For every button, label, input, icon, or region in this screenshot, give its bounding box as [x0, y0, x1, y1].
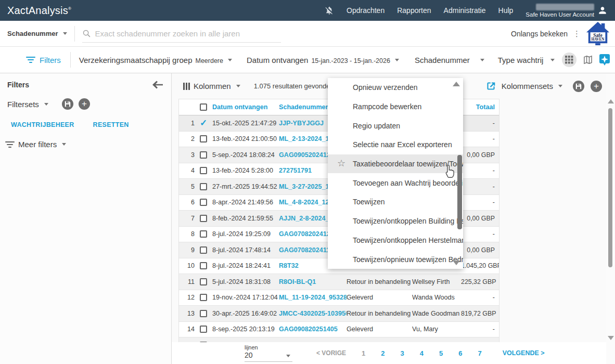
- save-icon: [65, 101, 71, 107]
- columns-icon: [183, 83, 190, 90]
- filter-chip-schadenummer[interactable]: Schadenummer: [415, 56, 484, 64]
- row-checkbox[interactable]: [200, 262, 207, 269]
- add-filterset-button[interactable]: [79, 98, 90, 110]
- previous-page-button: < VORIGE: [316, 349, 346, 357]
- top-navbar: XactAnalysis® Opdrachten Rapporten Admin…: [0, 0, 615, 21]
- kebab-menu-icon[interactable]: ⋮: [573, 29, 581, 38]
- row-checkbox[interactable]: [200, 215, 207, 222]
- filter-chip-type-wachtrij[interactable]: Type wachtrij: [498, 56, 555, 64]
- row-checkbox[interactable]: [200, 230, 207, 238]
- collapse-sidebar-icon[interactable]: [152, 81, 163, 89]
- nav-rapporten[interactable]: Rapporten: [397, 6, 431, 15]
- row-checkbox[interactable]: [200, 294, 207, 301]
- wachtrijbeheer-button[interactable]: WACHTRIJBEHEER: [11, 121, 74, 128]
- table-row[interactable]: 14 8-sep.-2025 20:13:19 GAG090820251405 …: [179, 322, 499, 338]
- page-6[interactable]: 6: [458, 349, 462, 357]
- menu-item-toewijzen-bedrijf[interactable]: Toewijzen/opnieuw toewijzen Bedrij: [328, 250, 463, 269]
- menu-scroll-up-icon[interactable]: [453, 82, 460, 86]
- favorite-star-icon[interactable]: ☆: [337, 158, 345, 169]
- menu-scroll-down-icon[interactable]: [453, 261, 460, 265]
- filters-toggle-button[interactable]: Filters: [0, 56, 70, 64]
- table-row[interactable]: 11 5-jul.-2024 18:31:08 R8OI-BL-Q1 Retou…: [179, 274, 499, 290]
- columnsets-select[interactable]: Kolommensets: [502, 82, 562, 90]
- row-checkbox[interactable]: [200, 199, 207, 206]
- scroll-up-icon[interactable]: [608, 99, 614, 103]
- more-filters-toggle[interactable]: Meer filters: [0, 128, 171, 149]
- menu-item-toevoegen-wachtrij-beoordeling[interactable]: Toevoegen aan Wachtrij beoordeling: [328, 173, 463, 192]
- actions-context-menu: Opnieuw verzenden Rampcode bewerken Regi…: [328, 78, 463, 269]
- user-avatar-icon[interactable]: [597, 5, 608, 16]
- menu-item-toewijzen[interactable]: Toewijzen: [328, 192, 463, 212]
- claim-link[interactable]: ML_11-19-2024_95328: [279, 294, 347, 301]
- row-checkbox[interactable]: [200, 135, 207, 142]
- row-checkbox[interactable]: [200, 167, 207, 174]
- page-4[interactable]: 4: [420, 349, 424, 357]
- select-all-checkbox[interactable]: [200, 103, 207, 111]
- chevron-down-icon: [558, 85, 562, 87]
- page-5[interactable]: 5: [439, 349, 443, 357]
- page-7[interactable]: 7: [478, 349, 481, 357]
- filtersets-select[interactable]: Filtersets: [7, 100, 48, 109]
- table-row-partial[interactable]: [179, 337, 499, 342]
- map-view-icon[interactable]: [583, 55, 593, 65]
- chevron-down-icon: [44, 103, 48, 106]
- chevron-down-icon: [395, 59, 399, 61]
- save-columnset-button[interactable]: [573, 81, 584, 92]
- page-scrollbar[interactable]: [606, 73, 615, 364]
- filter-chip-datum-ontvangen[interactable]: Datum ontvangen 15-jan.-2023 - 15-jan.-2…: [247, 56, 399, 64]
- next-page-button[interactable]: VOLGENDE >: [503, 349, 545, 357]
- menu-item-toewijzen-building-estimator[interactable]: Toewijzen/ontkoppelen Building Est: [328, 212, 463, 231]
- nav-administratie[interactable]: Administratie: [444, 6, 486, 15]
- resetten-button[interactable]: RESETTEN: [93, 121, 129, 128]
- menu-item-regio-updaten[interactable]: Regio updaten: [328, 116, 463, 135]
- grid-view-icon: [565, 56, 573, 64]
- row-checkbox[interactable]: [200, 326, 207, 333]
- open-in-new-icon[interactable]: [486, 82, 495, 90]
- page-2[interactable]: 2: [381, 349, 385, 357]
- row-checked-icon[interactable]: ✓: [200, 119, 207, 127]
- row-checkbox[interactable]: [200, 183, 207, 190]
- row-checkbox[interactable]: [200, 278, 207, 285]
- menu-item-excel-exporteren[interactable]: Selectie naar Excel exporteren: [328, 135, 463, 154]
- scrollbar-thumb[interactable]: [608, 108, 612, 267]
- grid-view-button[interactable]: [562, 53, 576, 67]
- chevron-down-icon: [550, 59, 555, 61]
- columns-select[interactable]: Kolommen: [183, 82, 240, 90]
- menu-item-opnieuw-verzenden[interactable]: Opnieuw verzenden: [328, 78, 463, 97]
- menu-scrollbar-thumb[interactable]: [457, 155, 462, 229]
- column-header-totaal[interactable]: Totaal: [461, 103, 499, 111]
- notifications-off-icon[interactable]: [325, 6, 334, 15]
- table-row[interactable]: 12 19-nov.-2024 17:12:04 ML_11-19-2024_9…: [179, 290, 499, 306]
- menu-item-taxatiebeoordelaar-toewijzen[interactable]: ☆ Taxatiebeoordelaar toewijzen/Toewi: [328, 154, 463, 174]
- claim-link[interactable]: GAG090820251405: [279, 326, 347, 333]
- column-header-datum-ontvangen[interactable]: Datum ontvangen: [212, 103, 279, 111]
- row-checkbox[interactable]: [200, 310, 207, 317]
- page-1[interactable]: 1: [362, 349, 365, 357]
- claim-search-input[interactable]: [95, 29, 272, 38]
- nav-opdrachten[interactable]: Opdrachten: [347, 6, 385, 15]
- filter-chip-maatschappij[interactable]: Verzekeringsmaatschappij groep Meerdere: [79, 56, 232, 64]
- nav-hulp[interactable]: Hulp: [498, 6, 514, 15]
- sidebar-title: Filters: [7, 81, 29, 89]
- search-scope-select[interactable]: Schadenummer: [0, 30, 74, 37]
- divider: [70, 52, 71, 68]
- claim-link[interactable]: R8OI-BL-Q1: [279, 278, 347, 285]
- scroll-down-icon[interactable]: [608, 336, 614, 340]
- pin-view-icon[interactable]: [599, 54, 610, 66]
- claim-link[interactable]: JMCC-4302025-103950: [279, 310, 347, 317]
- save-filterset-button[interactable]: [62, 98, 73, 110]
- account-menu[interactable]: Safe Haven User Account: [526, 4, 608, 18]
- chevron-down-icon: [228, 59, 232, 61]
- lines-per-page-select[interactable]: lijnen 20: [245, 344, 292, 362]
- menu-item-toewijzen-herstelmanager[interactable]: Toewijzen/ontkoppelen Herstelmana: [328, 231, 463, 250]
- page-3[interactable]: 3: [401, 349, 404, 357]
- row-checkbox[interactable]: [200, 246, 207, 254]
- row-checkbox[interactable]: [200, 151, 207, 159]
- table-row[interactable]: 13 30-apr.-2025 16:49:02 JMCC-4302025-10…: [179, 306, 499, 322]
- recently-viewed-button[interactable]: Onlangs bekeken: [511, 30, 568, 38]
- safe-haven-logo: Safe HAVEN: [586, 22, 610, 46]
- svg-text:HAVEN: HAVEN: [592, 37, 605, 42]
- menu-item-rampcode-bewerken[interactable]: Rampcode bewerken: [328, 97, 463, 116]
- add-columnset-button[interactable]: [591, 81, 602, 92]
- chevron-down-icon: [480, 59, 484, 61]
